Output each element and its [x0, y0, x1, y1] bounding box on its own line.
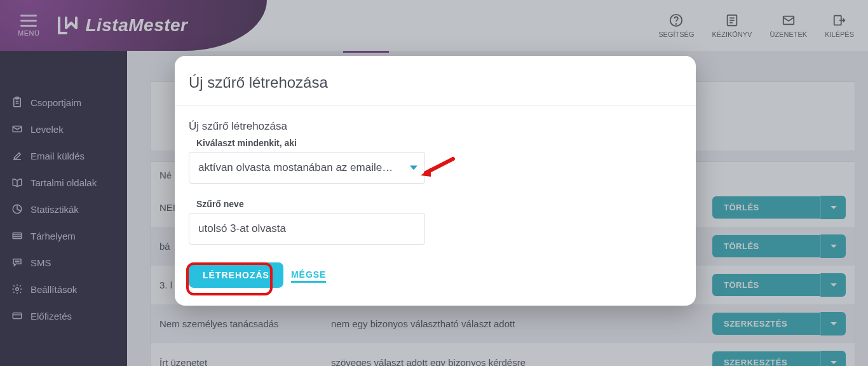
cancel-button[interactable]: MÉGSE	[291, 268, 327, 283]
chevron-down-icon	[410, 166, 417, 170]
filter-type-select[interactable]: aktívan olvasta mostanában az emaile…	[189, 152, 425, 184]
filter-name-input[interactable]	[189, 213, 425, 245]
modal-subtitle: Új szűrő létrehozása	[189, 120, 677, 133]
modal-title: Új szűrő létrehozása	[175, 74, 696, 106]
create-button[interactable]: LÉTREHOZÁS	[189, 262, 283, 288]
select-label: Kiválaszt mindenkit, aki	[196, 138, 677, 148]
create-filter-modal: Új szűrő létrehozása Új szűrő létrehozás…	[175, 56, 696, 306]
name-label: Szűrő neve	[196, 199, 677, 209]
